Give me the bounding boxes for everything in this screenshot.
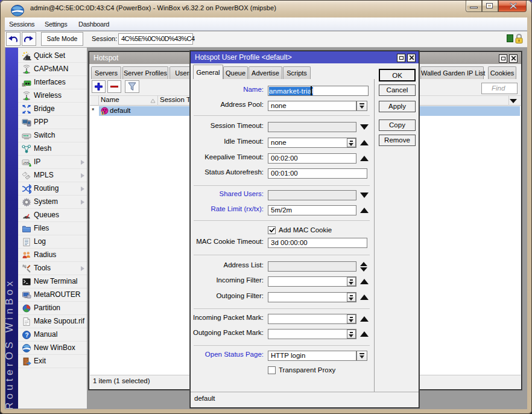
svg-text:?: ? xyxy=(25,332,29,339)
svg-text:255: 255 xyxy=(23,161,30,165)
